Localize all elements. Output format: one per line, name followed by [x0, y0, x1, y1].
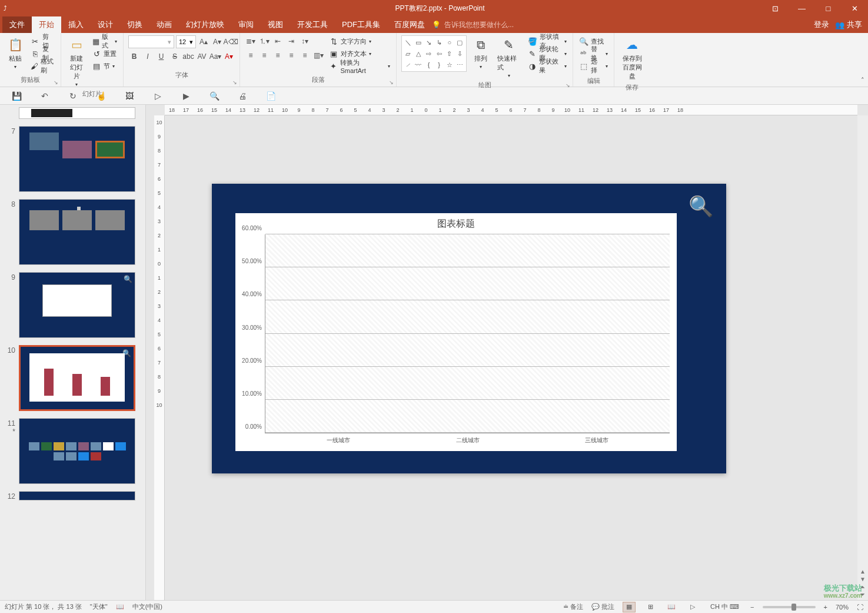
shape-arrow-l[interactable]: ⇦: [434, 48, 444, 59]
spellcheck-icon[interactable]: 📖: [116, 603, 124, 611]
quick-styles-button[interactable]: ✎ 快速样式 ▾: [495, 35, 523, 79]
qat-preview-button[interactable]: 🔍: [208, 90, 220, 102]
zoom-in-button[interactable]: +: [824, 604, 827, 611]
shape-star[interactable]: ☆: [445, 59, 455, 70]
scroll-up-button[interactable]: ▲: [860, 568, 866, 575]
normal-view-button[interactable]: ▦: [623, 602, 636, 612]
next-slide-button[interactable]: ⏷: [860, 591, 866, 598]
distribute-button[interactable]: ≡: [299, 49, 311, 61]
font-launcher[interactable]: ↘: [128, 79, 237, 85]
prev-slide-button[interactable]: ⏶: [860, 584, 866, 590]
zoom-handle[interactable]: [791, 604, 796, 611]
slide-canvas[interactable]: 🔍 图表标题 0.00%10.00%20.00%30.00%40.00%50.0…: [212, 184, 726, 473]
bullets-button[interactable]: ≣▾: [245, 35, 257, 47]
slide-panel[interactable]: 7 8 9 🔍 10 🔍 11*: [0, 105, 146, 600]
case-button[interactable]: Aa▾: [209, 51, 221, 62]
align-left-button[interactable]: ≡: [245, 49, 257, 61]
slide-thumb-12-partial[interactable]: [19, 491, 135, 501]
qat-undo-button[interactable]: ↶: [39, 90, 51, 102]
slide-thumb-8[interactable]: [19, 199, 135, 265]
smartart-button[interactable]: ✦转换为 SmartArt▾: [328, 60, 391, 72]
shape-line[interactable]: ＼: [403, 37, 413, 48]
shape-rounded[interactable]: ▢: [455, 37, 465, 48]
paragraph-launcher[interactable]: ↘: [245, 79, 394, 85]
qat-new-button[interactable]: 📄: [265, 90, 277, 102]
tab-baidu[interactable]: 百度网盘: [387, 16, 432, 33]
language-status[interactable]: 中文(中国): [132, 602, 162, 611]
tell-me-search[interactable]: 💡 告诉我您想要做什么...: [432, 16, 514, 33]
slide-thumb-6-partial[interactable]: [19, 107, 135, 119]
shape-arrow-d[interactable]: ⇩: [455, 48, 465, 59]
font-family-combo[interactable]: ▾: [128, 35, 174, 48]
ribbon-options-button[interactable]: ⊡: [762, 0, 789, 16]
shape-oval[interactable]: ○: [445, 37, 455, 48]
comments-button[interactable]: 💬批注: [591, 602, 614, 611]
tab-slideshow[interactable]: 幻灯片放映: [179, 16, 231, 33]
underline-button[interactable]: U: [155, 51, 167, 62]
shape-curve[interactable]: ⟋: [403, 59, 413, 70]
slide-thumb-10[interactable]: 🔍: [19, 345, 135, 411]
qat-from-beginning-button[interactable]: ▷: [152, 90, 164, 102]
line-spacing-button[interactable]: ↕▾: [299, 35, 311, 47]
tab-developer[interactable]: 开发工具: [290, 16, 335, 33]
tab-design[interactable]: 设计: [91, 16, 120, 33]
collapse-ribbon-button[interactable]: ˄: [861, 77, 864, 84]
chart-object[interactable]: 图表标题 0.00%10.00%20.00%30.00%40.00%50.00%…: [235, 213, 677, 451]
tab-insert[interactable]: 插入: [61, 16, 91, 33]
section-button[interactable]: ▤节▾: [91, 60, 118, 72]
slide-counter[interactable]: 幻灯片 第 10 张， 共 13 张: [5, 602, 82, 611]
align-right-button[interactable]: ≡: [272, 49, 284, 61]
slide-thumb-9[interactable]: 🔍: [19, 272, 135, 338]
scroll-down-button[interactable]: ▼: [860, 576, 866, 582]
tab-review[interactable]: 审阅: [231, 16, 261, 33]
strike-button[interactable]: S: [169, 51, 181, 62]
font-color-button[interactable]: A▾: [223, 51, 235, 62]
minimize-button[interactable]: —: [789, 0, 815, 16]
shapes-gallery[interactable]: ＼ ▭ ↘ ↳ ○ ▢ ▱ △ ⇨ ⇦ ⇧ ⇩ ⟋ 〰 { } ☆ ⋯: [401, 35, 467, 72]
fit-window-button[interactable]: ⛶: [857, 604, 863, 611]
slideshow-view-button[interactable]: ▷: [686, 602, 699, 612]
shape-arrow-r[interactable]: ⇨: [424, 48, 434, 59]
select-button[interactable]: ⬚选择▾: [578, 60, 609, 72]
zoom-out-button[interactable]: −: [750, 604, 754, 611]
zoom-level[interactable]: 70%: [836, 604, 849, 611]
italic-button[interactable]: I: [142, 51, 154, 62]
qat-save-button[interactable]: 💾: [11, 90, 22, 102]
shadow-button[interactable]: abc: [182, 51, 194, 62]
outdent-button[interactable]: ⇤: [272, 35, 284, 47]
save-baidu-button[interactable]: ☁ 保存到 百度网盘: [619, 35, 645, 82]
shape-rect[interactable]: ▭: [414, 37, 424, 48]
share-button[interactable]: 👥共享: [835, 19, 862, 30]
tab-view[interactable]: 视图: [261, 16, 290, 33]
sorter-view-button[interactable]: ⊞: [644, 602, 657, 612]
shape-triangle[interactable]: △: [414, 48, 424, 59]
notes-button[interactable]: ≐备注: [563, 602, 583, 611]
paste-button[interactable]: 📋 粘贴 ▾: [5, 35, 26, 71]
align-center-button[interactable]: ≡: [258, 49, 270, 61]
canvas-area[interactable]: 🔍 图表标题 0.00%10.00%20.00%30.00%40.00%50.0…: [165, 115, 857, 600]
shape-freeform[interactable]: 〰: [414, 59, 424, 70]
maximize-button[interactable]: □: [815, 0, 842, 16]
qat-insert-pic-button[interactable]: 🖼: [124, 90, 135, 102]
vertical-scrollbar[interactable]: ▲ ▼ ⏶ ⏷: [857, 115, 868, 600]
clipboard-launcher[interactable]: ↘: [5, 79, 58, 85]
shape-arrow-line[interactable]: ↘: [424, 37, 434, 48]
shape-arrow-u[interactable]: ⇧: [445, 48, 455, 59]
tab-animations[interactable]: 动画: [149, 16, 179, 33]
shape-effects-button[interactable]: ◑形状效果▾: [527, 60, 568, 72]
tab-transitions[interactable]: 切换: [120, 16, 149, 33]
new-slide-button[interactable]: ▭ 新建 幻灯片 ▾: [66, 35, 87, 88]
slide-thumb-11[interactable]: [19, 418, 135, 484]
slide-thumb-7[interactable]: [19, 126, 135, 192]
login-button[interactable]: 登录: [814, 19, 829, 30]
text-direction-button[interactable]: ⇅文字方向▾: [328, 35, 391, 47]
format-painter-button[interactable]: 🖌格式刷: [29, 60, 56, 72]
bold-button[interactable]: B: [128, 51, 140, 62]
zoom-slider[interactable]: [763, 606, 816, 608]
reset-button[interactable]: ↺重置: [91, 48, 118, 59]
spacing-button[interactable]: AV: [196, 51, 208, 62]
tab-home[interactable]: 开始: [32, 16, 61, 33]
arrange-button[interactable]: ⧉ 排列 ▾: [470, 35, 491, 71]
shape-brace-r[interactable]: }: [434, 59, 444, 70]
tab-file[interactable]: 文件: [2, 16, 32, 33]
